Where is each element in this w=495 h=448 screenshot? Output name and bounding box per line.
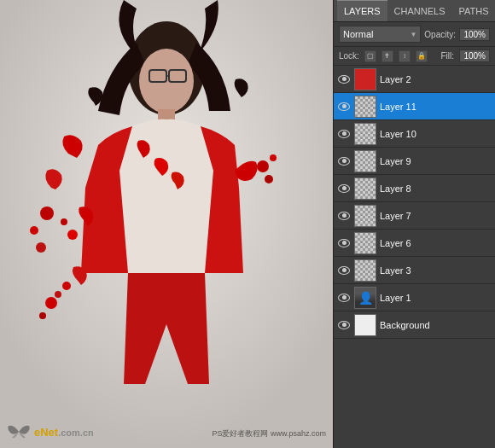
svg-point-16 [55, 291, 61, 298]
tab-layers[interactable]: LAYERS [337, 0, 387, 21]
watermark-sub-text: PS爱好者教程网 www.psahz.com [212, 428, 326, 439]
photo-svg [0, 0, 333, 448]
layer-thumbnail [354, 232, 376, 254]
eye-icon [338, 102, 350, 111]
layer-thumbnail [354, 177, 376, 200]
layer-visibility-toggle[interactable] [337, 318, 351, 332]
layers-list: Layer 2 Layer 11 Layer 1 [334, 66, 495, 448]
lock-pixels-icon[interactable]: ▢ [364, 50, 376, 62]
layer-item[interactable]: Layer 10 [334, 120, 495, 148]
layer-visibility-toggle[interactable] [337, 209, 351, 223]
layer-name: Background [380, 320, 492, 330]
layer-name: Layer 11 [380, 102, 492, 112]
eye-icon [338, 212, 350, 220]
svg-point-7 [40, 207, 54, 220]
eye-icon [338, 294, 350, 302]
watermark-enet: eNet [34, 426, 58, 439]
layer-thumbnail: 👤 [354, 287, 376, 309]
opacity-input[interactable]: 100% [459, 28, 490, 41]
layer-visibility-toggle[interactable] [337, 73, 351, 86]
eye-icon [338, 321, 350, 329]
butterfly-icon [7, 422, 31, 441]
layer-thumbnail [354, 259, 376, 282]
layer-thumbnail [354, 96, 376, 118]
layer-item[interactable]: Layer 6 [334, 230, 495, 257]
layer-item[interactable]: Layer 7 [334, 202, 495, 230]
layer-thumbnail [354, 205, 376, 227]
layer-item[interactable]: Layer 3 [334, 257, 495, 284]
layer-visibility-toggle[interactable] [337, 264, 351, 277]
svg-point-13 [67, 230, 78, 240]
blend-mode-arrow: ▼ [410, 31, 416, 38]
eye-icon [338, 75, 350, 84]
svg-point-9 [36, 242, 46, 253]
layer-visibility-toggle[interactable] [337, 127, 351, 141]
lock-position-icon[interactable]: ✝ [381, 50, 393, 62]
tab-channels[interactable]: CHANNELS [387, 0, 452, 21]
layer-visibility-toggle[interactable] [337, 154, 351, 168]
layer-visibility-toggle[interactable] [337, 236, 351, 250]
layer-thumbnail [354, 150, 376, 172]
fill-input[interactable]: 100% [459, 49, 490, 62]
layer-item[interactable]: Layer 8 [334, 175, 495, 202]
svg-point-18 [39, 312, 46, 319]
layers-panel: LAYERS CHANNELS PATHS ▼ Normal ▼ Opacity… [333, 0, 495, 448]
opacity-label: Opacity: [424, 30, 456, 39]
lock-move-icon[interactable]: ↕ [399, 50, 411, 62]
lock-all-icon[interactable]: 🔒 [416, 50, 428, 62]
blend-mode-select[interactable]: Normal ▼ [339, 26, 421, 43]
layer-thumbnail [354, 123, 376, 145]
layer-name: Layer 10 [380, 129, 492, 139]
eye-icon [338, 266, 350, 275]
svg-point-15 [62, 282, 71, 290]
svg-point-8 [30, 226, 38, 235]
svg-point-14 [61, 218, 67, 225]
layer-item[interactable]: Layer 9 [334, 148, 495, 175]
eye-icon [338, 184, 350, 193]
layer-visibility-toggle[interactable] [337, 100, 351, 113]
blend-mode-row: Normal ▼ Opacity: 100% [334, 22, 495, 47]
layer-name: Layer 9 [380, 156, 492, 166]
layer-name: Layer 3 [380, 265, 492, 276]
svg-point-17 [45, 297, 57, 309]
layer-name: Layer 8 [380, 183, 492, 194]
watermark-brand: eNet.com.cn [34, 424, 94, 439]
layer-item[interactable]: Background [334, 311, 495, 339]
svg-point-10 [257, 160, 269, 172]
svg-point-11 [270, 154, 277, 161]
lock-label: Lock: [339, 51, 359, 61]
layer-name: Layer 1 [380, 293, 492, 303]
layer-item[interactable]: Layer 11 [334, 93, 495, 120]
lock-row: Lock: ▢ ✝ ↕ 🔒 Fill: 100% [334, 47, 495, 66]
layer-visibility-toggle[interactable] [337, 182, 351, 195]
layer-item[interactable]: Layer 2 [334, 66, 495, 93]
layer-name: Layer 2 [380, 74, 492, 84]
eye-icon [338, 157, 350, 166]
eye-icon [338, 239, 350, 247]
tab-paths[interactable]: PATHS [452, 0, 496, 21]
eye-icon [338, 130, 350, 138]
photo-area: eNet.com.cn PS爱好者教程网 www.psahz.com [0, 0, 333, 448]
layer-name: Layer 6 [380, 238, 492, 248]
layer-thumbnail [354, 314, 376, 336]
layer-visibility-toggle[interactable] [337, 291, 351, 305]
layer-thumbnail [354, 68, 376, 90]
layer-item[interactable]: 👤 Layer 1 [334, 284, 495, 311]
layer-name: Layer 7 [380, 211, 492, 221]
panel-tabs: LAYERS CHANNELS PATHS ▼ [334, 0, 495, 22]
watermark: eNet.com.cn [7, 422, 94, 441]
svg-point-12 [265, 175, 273, 183]
watermark-domain: .com.cn [58, 428, 94, 438]
main-container: eNet.com.cn PS爱好者教程网 www.psahz.com LAYER… [0, 0, 495, 448]
fill-label: Fill: [440, 51, 454, 61]
